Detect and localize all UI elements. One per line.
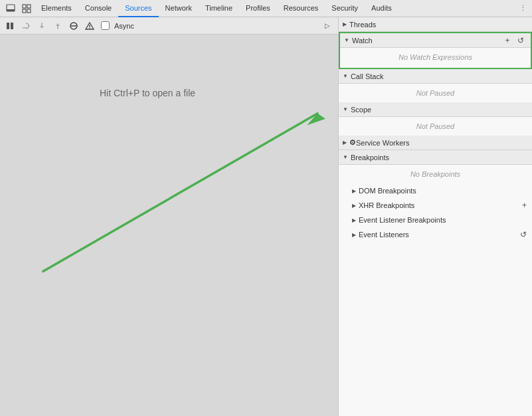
event-listeners-label: Event Listeners [359, 231, 520, 239]
scope-header[interactable]: ▼ Scope [339, 102, 532, 117]
breakpoints-header[interactable]: ▼ Breakpoints [339, 150, 532, 165]
threads-section-header[interactable]: ▶ Threads [339, 17, 532, 32]
svg-marker-8 [29, 25, 30, 27]
async-label: Async [114, 22, 134, 30]
tab-sources[interactable]: Sources [118, 0, 158, 17]
async-checkbox-label[interactable]: Async [101, 21, 134, 30]
svg-rect-4 [23, 9, 26, 13]
step-out-button[interactable] [50, 19, 65, 33]
svg-rect-7 [11, 23, 13, 29]
xhr-breakpoints-triangle-icon: ▶ [352, 203, 356, 209]
content-area: Async ▷ Hit Ctrl+P to open a file ▶ Thr [0, 17, 532, 416]
service-workers-header[interactable]: ▶ ⚙ Service Workers [339, 136, 532, 150]
step-over-button[interactable] [19, 19, 33, 33]
tab-audits[interactable]: Audits [365, 0, 399, 17]
watch-title: Watch [352, 37, 501, 45]
tab-security[interactable]: Security [325, 0, 365, 17]
call-stack-triangle-icon: ▼ [343, 73, 348, 79]
tab-profiles[interactable]: Profiles [239, 0, 277, 17]
service-workers-title: Service Workers [356, 139, 528, 147]
threads-title: Threads [349, 21, 528, 29]
devtools-window: Elements Console Sources Network Timelin… [0, 0, 532, 416]
dom-breakpoints-label: DOM Breakpoints [359, 187, 527, 195]
scope-title: Scope [351, 106, 528, 114]
event-listeners-refresh-button[interactable]: ↺ [520, 230, 527, 239]
event-listeners-item[interactable]: ▶ Event Listeners ↺ [339, 227, 532, 242]
watch-empty-text: No Watch Expressions [340, 51, 531, 65]
deactivate-breakpoints-button[interactable] [66, 19, 81, 33]
dom-breakpoints-triangle-icon: ▶ [352, 188, 356, 194]
breakpoints-section: ▼ Breakpoints No Breakpoints [339, 150, 532, 183]
svg-rect-5 [27, 9, 31, 13]
watch-actions: + ↺ [501, 35, 527, 47]
dom-breakpoints-item[interactable]: ▶ DOM Breakpoints [339, 183, 532, 198]
call-stack-empty-text: Not Paused [339, 86, 532, 100]
hint-text: Hit Ctrl+P to open a file [100, 88, 195, 98]
service-workers-triangle-icon: ▶ [343, 140, 347, 146]
scope-content: Not Paused [339, 117, 532, 136]
watch-refresh-button[interactable]: ↺ [515, 35, 527, 47]
svg-rect-6 [7, 23, 9, 29]
inspect-icon[interactable] [19, 1, 35, 17]
tab-console[interactable]: Console [78, 0, 118, 17]
breakpoints-empty-text: No Breakpoints [339, 167, 532, 181]
svg-rect-2 [23, 5, 26, 8]
call-stack-section: ▼ Call Stack Not Paused [339, 69, 532, 102]
tab-elements[interactable]: Elements [35, 0, 78, 17]
event-listener-breakpoints-label: Event Listener Breakpoints [359, 216, 527, 224]
breakpoints-title: Breakpoints [351, 154, 528, 161]
file-area: Hit Ctrl+P to open a file [0, 35, 338, 416]
svg-marker-11 [40, 26, 44, 29]
xhr-breakpoints-item[interactable]: ▶ XHR Breakpoints + [339, 198, 532, 213]
breakpoints-content: No Breakpoints [339, 165, 532, 183]
event-listener-breakpoints-item[interactable]: ▶ Event Listener Breakpoints [339, 213, 532, 227]
step-into-button[interactable] [35, 19, 49, 33]
more-tabs-icon[interactable]: ⋮ [516, 2, 529, 15]
svg-point-18 [89, 27, 90, 29]
tab-network[interactable]: Network [159, 0, 199, 17]
scope-empty-text: Not Paused [339, 120, 532, 133]
scope-triangle-icon: ▼ [343, 106, 348, 112]
svg-marker-13 [56, 23, 60, 26]
event-listener-breakpoints-triangle-icon: ▶ [352, 217, 356, 223]
sources-panel: Async ▷ Hit Ctrl+P to open a file [0, 17, 338, 416]
async-checkbox[interactable] [101, 21, 110, 30]
service-workers-section: ▶ ⚙ Service Workers [339, 136, 532, 150]
svg-rect-9 [23, 27, 27, 29]
xhr-breakpoints-label: XHR Breakpoints [359, 201, 522, 209]
tab-bar-left: Elements Console Sources Network Timelin… [3, 0, 399, 17]
event-listeners-triangle-icon: ▶ [352, 232, 356, 238]
dock-icon[interactable] [3, 1, 19, 17]
xhr-breakpoints-add-button[interactable]: + [522, 201, 527, 210]
pause-button[interactable] [3, 19, 17, 33]
svg-marker-20 [307, 114, 325, 126]
breakpoints-triangle-icon: ▼ [343, 154, 348, 160]
svg-line-19 [43, 114, 317, 272]
sources-toolbar: Async ▷ [0, 17, 338, 35]
service-workers-gear-icon: ⚙ [349, 138, 356, 147]
tab-bar-right: ⋮ [516, 2, 529, 15]
call-stack-content: Not Paused [339, 84, 532, 102]
tab-timeline[interactable]: Timeline [199, 0, 239, 17]
watch-add-button[interactable]: + [501, 35, 513, 47]
svg-rect-1 [7, 9, 15, 11]
tab-bar: Elements Console Sources Network Timelin… [0, 0, 532, 17]
watch-section-header[interactable]: ▼ Watch + ↺ [340, 33, 531, 48]
call-stack-header[interactable]: ▼ Call Stack [339, 69, 532, 84]
watch-content: No Watch Expressions [340, 48, 531, 68]
threads-triangle-icon: ▶ [343, 21, 347, 27]
svg-rect-3 [27, 5, 31, 8]
scope-section: ▼ Scope Not Paused [339, 102, 532, 136]
call-stack-title: Call Stack [351, 72, 528, 80]
tab-resources[interactable]: Resources [277, 0, 325, 17]
right-panel: ▶ Threads ▼ Watch + ↺ No Watch Expressio… [338, 17, 532, 416]
watch-section: ▼ Watch + ↺ No Watch Expressions [339, 32, 532, 69]
sources-expand-icon[interactable]: ▷ [319, 18, 335, 34]
pause-on-exceptions-button[interactable] [82, 19, 97, 33]
watch-triangle-icon: ▼ [344, 37, 349, 43]
